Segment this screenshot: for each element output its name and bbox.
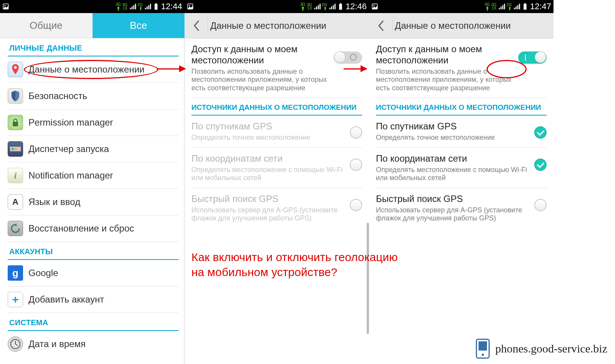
net-1x-label: 1X: [492, 7, 496, 10]
clock: 12:44: [161, 2, 182, 12]
watermark: phones.good-service.biz: [476, 339, 607, 359]
row-gps[interactable]: По спутникам GPS Определять точное место…: [376, 116, 547, 147]
agps-desc: Использовать сервер для A-GPS (установит…: [191, 206, 346, 223]
location-toggle-on[interactable]: [518, 51, 547, 64]
net-desc: Определять местоположение с помощью Wi-F…: [191, 166, 346, 182]
access-title: Доступ к данным о моем местоположении: [376, 44, 514, 66]
item-dispatcher[interactable]: Диспетчер запуска: [8, 136, 179, 162]
gps-title: По спутникам GPS: [191, 121, 346, 132]
status-bar: 3G 3G1X 2G 12:46: [184, 0, 369, 13]
item-permission[interactable]: Permission manager: [8, 109, 179, 136]
status-bar: 3G 3G1X 2G 12:47: [369, 0, 554, 13]
signal-icon-2: [513, 3, 520, 10]
header-title: Данные о местоположении: [392, 18, 511, 33]
tabs: Общие Все: [0, 13, 184, 38]
item-datetime[interactable]: Дата и время: [8, 331, 179, 357]
agps-title: Быстрый поиск GPS: [191, 194, 346, 205]
battery-icon: [522, 3, 529, 10]
backup-icon: [8, 221, 23, 236]
header-bar: Данные о местоположении: [369, 13, 554, 38]
back-button[interactable]: [188, 17, 206, 35]
shield-icon: [8, 88, 23, 104]
info-icon: i: [8, 168, 23, 183]
screen-settings-list: 3G 3G1X 2G 12:44 Общие Все ЛИЧНЫЕ ДАННЫЕ…: [0, 0, 184, 364]
location-settings[interactable]: Доступ к данным о моем местоположении По…: [369, 38, 554, 364]
tab-all[interactable]: Все: [93, 13, 185, 38]
signal-icon-1: [314, 3, 321, 10]
item-notification[interactable]: i Notification manager: [8, 162, 179, 189]
plus-icon: +: [8, 292, 23, 307]
row-network: По координатам сети Определять местополо…: [191, 148, 362, 188]
agps-radio[interactable]: [534, 199, 547, 211]
net-2g-label: 2G: [138, 3, 143, 7]
gps-radio: [350, 126, 362, 139]
header-bar: Данные о местоположении: [184, 13, 369, 38]
section-sources: ИСТОЧНИКИ ДАННЫХ О МЕСТОПОЛОЖЕНИИ: [191, 98, 362, 116]
item-language-label: Язык и ввод: [28, 197, 80, 207]
net-3g-label: 3G: [116, 3, 121, 6]
net-radio: [350, 159, 362, 171]
svg-point-1: [4, 5, 5, 6]
net-2g-label: 2G: [507, 3, 512, 7]
svg-rect-2: [155, 4, 158, 10]
svg-rect-5: [13, 122, 18, 126]
net-1x-label: 1X: [307, 7, 312, 10]
item-notification-label: Notification manager: [28, 170, 113, 181]
settings-list[interactable]: ЛИЧНЫЕ ДАННЫЕ Данные о местоположении Бе…: [0, 38, 184, 364]
section-personal: ЛИЧНЫЕ ДАННЫЕ: [8, 38, 179, 56]
item-dispatcher-label: Диспетчер запуска: [28, 144, 109, 154]
section-system: СИСТЕМА: [8, 313, 179, 331]
svg-point-15: [373, 5, 374, 6]
battery-icon: [337, 3, 344, 10]
net-3g-label: 3G: [300, 3, 305, 6]
item-security[interactable]: Безопасность: [8, 83, 179, 109]
agps-title: Быстрый поиск GPS: [376, 194, 530, 205]
lock-icon: [8, 115, 23, 130]
location-settings[interactable]: Доступ к данным о моем местоположении По…: [184, 38, 369, 364]
net-3g-label: 3G: [485, 3, 490, 6]
access-title: Доступ к данным о моем местоположении: [191, 44, 330, 66]
row-agps[interactable]: Быстрый поиск GPS Использовать сервер дл…: [376, 188, 547, 228]
annotation-caption: Как включить и отключить геолокацию на м…: [191, 250, 398, 280]
tab-general[interactable]: Общие: [0, 13, 93, 38]
google-icon: g: [8, 265, 23, 281]
row-location-access[interactable]: Доступ к данным о моем местоположении По…: [376, 38, 547, 98]
picture-icon: [187, 3, 194, 10]
svg-rect-12: [339, 4, 342, 10]
row-agps: Быстрый поиск GPS Использовать сервер дл…: [191, 188, 362, 228]
net-desc: Определять местоположение с помощью Wi-F…: [376, 166, 530, 182]
net-radio-checked[interactable]: [534, 159, 547, 171]
agps-desc: Использовать сервер для A-GPS (установит…: [376, 206, 530, 223]
gps-radio-checked[interactable]: [534, 126, 547, 139]
gps-desc: Определять точное местоположение: [376, 134, 530, 142]
item-google[interactable]: g Google: [8, 260, 179, 286]
back-button[interactable]: [372, 17, 391, 35]
net-1x-label: 1X: [123, 7, 127, 10]
signal-icon-2: [144, 3, 151, 10]
svg-rect-16: [524, 4, 527, 10]
item-add-account[interactable]: + Добавить аккаунт: [8, 286, 179, 313]
location-icon: [8, 62, 23, 77]
item-language[interactable]: A Язык и ввод: [8, 189, 179, 215]
dispatcher-icon: [8, 141, 23, 157]
gps-title: По спутникам GPS: [376, 121, 530, 132]
access-desc: Позволить использовать данные о местопол…: [376, 68, 514, 93]
battery-icon: [153, 3, 160, 10]
item-permission-label: Permission manager: [28, 117, 113, 128]
picture-icon: [371, 3, 378, 10]
phone-icon: [476, 339, 490, 359]
net-2g-label: 2G: [322, 3, 327, 7]
row-network[interactable]: По координатам сети Определять местополо…: [376, 148, 547, 188]
row-gps: По спутникам GPS Определять точное место…: [191, 116, 362, 147]
watermark-text: phones.good-service.biz: [495, 342, 607, 355]
net-title: По координатам сети: [191, 153, 346, 164]
item-security-label: Безопасность: [28, 91, 87, 101]
item-backup-label: Восстановление и сброс: [28, 223, 134, 234]
location-toggle-off[interactable]: [334, 51, 362, 64]
item-location[interactable]: Данные о местоположении: [8, 56, 179, 83]
item-location-label: Данные о местоположении: [28, 64, 145, 75]
agps-radio: [350, 199, 362, 211]
row-location-access[interactable]: Доступ к данным о моем местоположении По…: [191, 38, 362, 98]
signal-icon-1: [498, 3, 505, 10]
item-backup[interactable]: Восстановление и сброс: [8, 215, 179, 242]
